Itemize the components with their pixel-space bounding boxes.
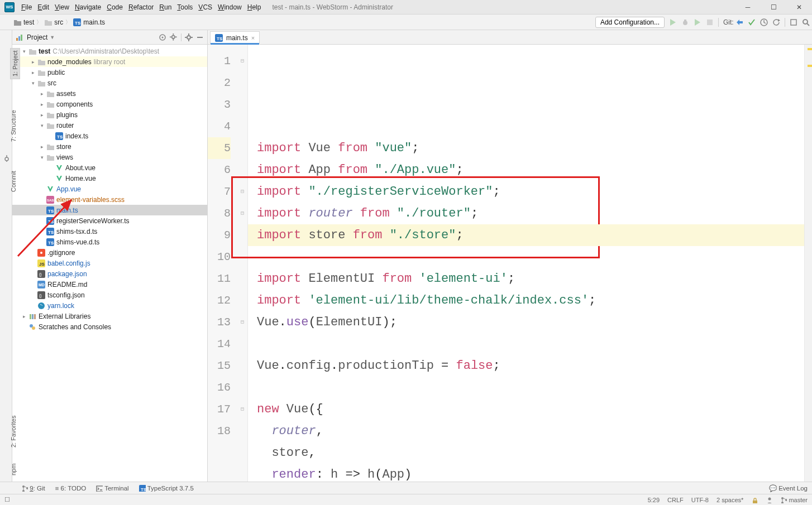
code-line[interactable]: Vue.use(ElementUI);	[257, 311, 804, 333]
code-line[interactable]: import Vue from "vue";	[257, 137, 804, 159]
status-git-branch[interactable]: master	[780, 497, 808, 503]
code-line[interactable]: import store from "./store";	[248, 224, 804, 246]
vcs-update-icon[interactable]	[735, 18, 743, 26]
tree-node[interactable]: ▸External Libraries	[12, 311, 207, 321]
tool-window-event-log[interactable]: 💬 Event Log	[769, 484, 808, 492]
code-line[interactable]: render: h => h(App)	[257, 464, 804, 482]
breadcrumb-item[interactable]: src	[44, 18, 63, 26]
code-line[interactable]	[257, 377, 804, 398]
menu-navigate[interactable]: Navigate	[75, 3, 101, 11]
tree-node[interactable]: element-variables.scss	[12, 194, 207, 205]
tool-window-git-bottom[interactable]: 99: Git: Git	[21, 485, 45, 492]
code-line[interactable]: Vue.config.productionTip = false;	[257, 355, 804, 377]
minimize-button[interactable]: ─	[735, 0, 761, 15]
tree-node[interactable]: App.vue	[12, 184, 207, 194]
tree-node[interactable]: .gitignore	[12, 247, 207, 258]
tool-window-npm[interactable]: npm	[10, 464, 17, 475]
tree-node[interactable]: babel.config.js	[12, 258, 207, 268]
tree-node[interactable]: ▾router	[12, 120, 207, 131]
menu-file[interactable]: File	[21, 3, 32, 11]
tree-node[interactable]: shims-vue.d.ts	[12, 237, 207, 247]
menu-refactor[interactable]: Refactor	[128, 3, 154, 11]
expand-all-icon[interactable]	[170, 33, 178, 41]
tree-node[interactable]: registerServiceWorker.ts	[12, 215, 207, 226]
tree-node[interactable]: ▾src	[12, 78, 207, 88]
search-everywhere-icon[interactable]	[802, 18, 810, 26]
menu-window[interactable]: Window	[218, 3, 242, 11]
code-line[interactable]: router,	[257, 420, 804, 442]
project-view-label[interactable]: Project ▼	[27, 33, 55, 41]
code-line[interactable]: import 'element-ui/lib/theme-chalk/index…	[257, 290, 804, 311]
tool-window-project[interactable]: 1: Project	[10, 48, 20, 79]
tree-node[interactable]: package.json	[12, 268, 207, 279]
select-opened-file-icon[interactable]	[159, 33, 166, 41]
tree-node[interactable]: yarn.lock	[12, 300, 207, 311]
tree-node[interactable]: ▸node_moduleslibrary root	[12, 56, 207, 67]
settings-icon[interactable]	[185, 33, 193, 41]
code-line[interactable]: store,	[257, 442, 804, 464]
tree-node[interactable]: ▾testC:\Users\Administrator\Desktop\test	[12, 46, 207, 56]
menu-run[interactable]: Run	[159, 3, 171, 11]
status-tool-windows-icon[interactable]: ☐	[4, 496, 10, 503]
menu-help[interactable]: Help	[247, 3, 261, 11]
status-encoding[interactable]: UTF-8	[691, 497, 709, 503]
tree-node[interactable]: ▾views	[12, 152, 207, 162]
tree-node[interactable]: main.ts	[12, 205, 207, 215]
menu-tools[interactable]: Tools	[177, 3, 193, 11]
vcs-commit-icon[interactable]	[748, 18, 756, 26]
code-line[interactable]: import ElementUI from 'element-ui';	[257, 268, 804, 290]
tree-node[interactable]: Scratches and Consoles	[12, 321, 207, 332]
tree-node[interactable]: Home.vue	[12, 173, 207, 184]
tree-node[interactable]: README.md	[12, 279, 207, 290]
status-caret-pos[interactable]: 5:29	[648, 497, 660, 503]
breadcrumb-item[interactable]: main.ts	[73, 18, 105, 26]
code-line[interactable]: import App from "./App.vue";	[257, 159, 804, 181]
editor-tab[interactable]: main.ts×	[210, 31, 260, 45]
menu-vcs[interactable]: VCS	[198, 3, 212, 11]
menu-code[interactable]: Code	[107, 3, 123, 11]
hide-tool-window-icon[interactable]	[196, 33, 204, 41]
editor-code[interactable]: import Vue from "vue";import App from ".…	[248, 45, 804, 482]
status-lock-icon[interactable]	[751, 497, 758, 503]
tree-node[interactable]: tsconfig.json	[12, 290, 207, 300]
tree-node[interactable]: ▸components	[12, 99, 207, 109]
tool-window-favorites[interactable]: 2: Favorites	[10, 416, 17, 448]
close-button[interactable]: ✕	[786, 0, 812, 15]
status-inspector-icon[interactable]	[766, 497, 772, 503]
tree-node[interactable]: ▸assets	[12, 88, 207, 99]
run-icon[interactable]	[669, 18, 677, 26]
project-tree[interactable]: ▾testC:\Users\Administrator\Desktop\test…	[12, 45, 207, 482]
code-line[interactable]	[257, 333, 804, 355]
menu-view[interactable]: View	[55, 3, 69, 11]
debug-icon[interactable]	[681, 18, 689, 26]
tool-window-structure[interactable]: 7: Structure	[10, 110, 17, 142]
tree-node[interactable]: index.ts	[12, 131, 207, 141]
editor-marker-strip[interactable]	[804, 45, 812, 482]
tree-node[interactable]: ▸plugins	[12, 109, 207, 120]
tool-window-todo[interactable]: ≡ 6: TODO	[55, 485, 87, 492]
code-line[interactable]: new Vue({	[257, 398, 804, 420]
code-line[interactable]	[257, 246, 804, 268]
status-line-ending[interactable]: CRLF	[667, 497, 684, 503]
stop-icon[interactable]	[706, 18, 714, 26]
vcs-revert-icon[interactable]	[772, 18, 780, 26]
coverage-icon[interactable]	[694, 18, 701, 26]
tree-node[interactable]: About.vue	[12, 162, 207, 173]
code-line[interactable]: import router from "./router";	[257, 203, 804, 224]
tree-node[interactable]: ▸store	[12, 141, 207, 152]
tool-window-commit[interactable]: Commit	[10, 171, 17, 192]
menu-edit[interactable]: Edit	[37, 3, 49, 11]
close-tab-icon[interactable]: ×	[251, 35, 255, 41]
status-indent[interactable]: 2 spaces*	[717, 497, 743, 503]
vcs-history-icon[interactable]	[760, 18, 768, 26]
editor-gutter[interactable]: 123456789101112131415161718⊟⊟⊟⊟⊟	[208, 45, 248, 482]
maximize-button[interactable]: ☐	[761, 0, 786, 15]
tool-window-typescript[interactable]: TypeScript 3.7.5	[139, 485, 194, 492]
tool-window-terminal[interactable]: Terminal	[96, 485, 128, 492]
breadcrumb-item[interactable]: test	[13, 18, 34, 26]
code-line[interactable]: import "./registerServiceWorker";	[257, 181, 804, 203]
add-configuration-button[interactable]: Add Configuration...	[595, 17, 665, 28]
tree-node[interactable]: ▸public	[12, 67, 207, 78]
tree-node[interactable]: shims-tsx.d.ts	[12, 226, 207, 237]
box-icon[interactable]	[790, 18, 797, 26]
